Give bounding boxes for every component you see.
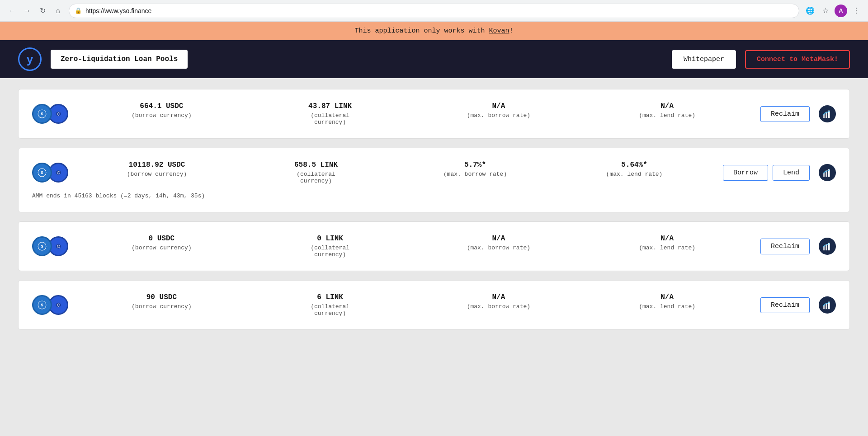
collateral-amount: 658.5 LINK xyxy=(236,161,396,169)
pool-card-2: $ ⬡ 10118.92 USDC (borrow currency) xyxy=(18,148,850,212)
max-borrow-rate-col: N/A (max. borrow rate) xyxy=(415,234,583,251)
max-lend-label: (max. lend rate) xyxy=(555,171,714,178)
usdc-icon: $ xyxy=(32,295,52,315)
lend-button[interactable]: Lend xyxy=(773,165,810,181)
forward-button[interactable]: → xyxy=(21,5,33,17)
max-borrow-label: (max. borrow rate) xyxy=(396,171,555,178)
connect-metamask-button[interactable]: Connect to MetaMask! xyxy=(745,50,850,69)
token-icons: $ ⬡ xyxy=(32,236,68,256)
max-lend-rate-col: N/A (max. lend rate) xyxy=(583,234,751,251)
usdc-icon: $ xyxy=(32,163,52,183)
max-lend-label: (max. lend rate) xyxy=(583,244,751,251)
svg-text:⬡: ⬡ xyxy=(57,112,60,116)
site-logo: y xyxy=(18,47,42,71)
pool-data: 90 USDC (borrow currency) 6 LINK (collat… xyxy=(77,293,751,317)
address-bar[interactable]: 🔒 https://www.yso.finance xyxy=(69,4,799,18)
borrow-currency-col: 664.1 USDC (borrow currency) xyxy=(77,102,246,119)
user-avatar[interactable]: A xyxy=(835,5,847,17)
collateral-currency-col: 0 LINK (collateralcurrency) xyxy=(246,234,415,258)
collateral-label: (collateralcurrency) xyxy=(246,112,415,126)
max-borrow-rate: N/A xyxy=(415,102,583,110)
site-header: y Zero-Liquidation Loan Pools Whitepaper… xyxy=(0,40,868,78)
pool-data: 0 USDC (borrow currency) 0 LINK (collate… xyxy=(77,234,751,258)
collateral-amount: 0 LINK xyxy=(246,234,415,243)
pool-card-3: $ ⬡ 0 USDC (borrow currency) xyxy=(18,221,850,271)
browser-navigation: ← → ↻ ⌂ xyxy=(5,5,64,17)
borrow-currency-col: 0 USDC (borrow currency) xyxy=(77,234,246,251)
reclaim-button[interactable]: Reclaim xyxy=(760,106,810,122)
borrow-currency-col: 90 USDC (borrow currency) xyxy=(77,293,246,310)
token-icons: $ ⬡ xyxy=(32,104,68,124)
usdc-icon: $ xyxy=(32,104,52,124)
max-borrow-rate-col: N/A (max. borrow rate) xyxy=(415,102,583,119)
logo-letter: y xyxy=(27,52,33,66)
token-icons: $ ⬡ xyxy=(32,295,68,315)
svg-text:$: $ xyxy=(41,170,43,175)
home-button[interactable]: ⌂ xyxy=(52,5,64,17)
borrow-label: (borrow currency) xyxy=(77,171,236,178)
max-borrow-rate: N/A xyxy=(415,234,583,243)
borrow-button[interactable]: Borrow xyxy=(723,165,768,181)
borrow-amount: 664.1 USDC xyxy=(77,102,246,110)
borrow-amount: 90 USDC xyxy=(77,293,246,301)
pool-actions: Reclaim xyxy=(760,297,810,313)
svg-text:$: $ xyxy=(41,244,43,248)
collateral-label: (collateralcurrency) xyxy=(236,171,396,184)
collateral-currency-col: 658.5 LINK (collateralcurrency) xyxy=(236,161,396,184)
svg-text:⬡: ⬡ xyxy=(57,303,60,307)
banner-suffix: ! xyxy=(509,27,514,35)
borrow-label: (borrow currency) xyxy=(77,244,246,251)
max-lend-rate: N/A xyxy=(583,102,751,110)
main-content: $ ⬡ 664.1 USDC (borrow currency) xyxy=(0,78,868,435)
whitepaper-button[interactable]: Whitepaper xyxy=(672,50,736,69)
chart-icon[interactable] xyxy=(819,164,836,181)
svg-text:$: $ xyxy=(41,303,43,307)
token-icons: $ ⬡ xyxy=(32,163,68,183)
bookmark-button[interactable]: ☆ xyxy=(819,5,832,17)
reload-button[interactable]: ↻ xyxy=(36,5,49,17)
kovan-link[interactable]: Kovan xyxy=(489,27,509,35)
collateral-amount: 6 LINK xyxy=(246,293,415,301)
reclaim-button[interactable]: Reclaim xyxy=(760,297,810,313)
chart-icon[interactable] xyxy=(819,296,836,314)
borrow-amount: 10118.92 USDC xyxy=(77,161,236,169)
max-lend-rate-col: N/A (max. lend rate) xyxy=(583,102,751,119)
max-lend-rate: 5.64%* xyxy=(555,161,714,169)
banner-text: This application only works with xyxy=(354,27,489,35)
svg-text:⬡: ⬡ xyxy=(57,244,60,248)
max-borrow-rate-col: N/A (max. borrow rate) xyxy=(415,293,583,310)
max-borrow-rate: 5.7%* xyxy=(396,161,555,169)
max-lend-rate-col: 5.64%* (max. lend rate) xyxy=(555,161,714,178)
pool-card-1: $ ⬡ 664.1 USDC (borrow currency) xyxy=(18,89,850,139)
amm-note: AMM ends in 45163 blocks (=2 days, 14h, … xyxy=(32,192,836,199)
pool-data: 664.1 USDC (borrow currency) 43.87 LINK … xyxy=(77,102,751,126)
pool-actions: Reclaim xyxy=(760,239,810,254)
borrow-currency-col: 10118.92 USDC (borrow currency) xyxy=(77,161,236,178)
collateral-label: (collateralcurrency) xyxy=(246,244,415,258)
usdc-icon: $ xyxy=(32,236,52,256)
svg-text:⬡: ⬡ xyxy=(57,171,60,175)
max-borrow-label: (max. borrow rate) xyxy=(415,303,583,310)
svg-text:$: $ xyxy=(41,112,43,116)
collateral-amount: 43.87 LINK xyxy=(246,102,415,110)
chart-icon[interactable] xyxy=(819,105,836,122)
translate-button[interactable]: 🌐 xyxy=(804,5,816,17)
menu-button[interactable]: ⋮ xyxy=(850,5,863,17)
max-lend-rate-col: N/A (max. lend rate) xyxy=(583,293,751,310)
network-banner: This application only works with Kovan! xyxy=(0,22,868,40)
max-lend-rate: N/A xyxy=(583,293,751,301)
collateral-currency-col: 43.87 LINK (collateralcurrency) xyxy=(246,102,415,126)
url-text: https://www.yso.finance xyxy=(85,7,151,14)
max-borrow-rate: N/A xyxy=(415,293,583,301)
borrow-label: (borrow currency) xyxy=(77,303,246,310)
collateral-currency-col: 6 LINK (collateralcurrency) xyxy=(246,293,415,317)
chart-icon[interactable] xyxy=(819,238,836,255)
back-button[interactable]: ← xyxy=(5,5,18,17)
app-title: Zero-Liquidation Loan Pools xyxy=(51,50,188,69)
collateral-label: (collateralcurrency) xyxy=(246,303,415,317)
max-lend-rate: N/A xyxy=(583,234,751,243)
max-borrow-label: (max. borrow rate) xyxy=(415,112,583,119)
max-lend-label: (max. lend rate) xyxy=(583,303,751,310)
pool-actions: Borrow Lend xyxy=(723,165,810,181)
reclaim-button[interactable]: Reclaim xyxy=(760,239,810,254)
